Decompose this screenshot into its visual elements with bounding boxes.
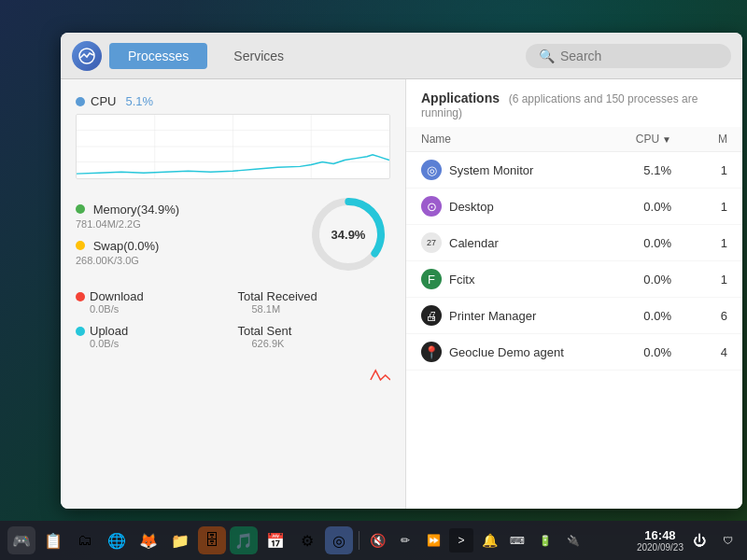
table-row[interactable]: ⊙ Desktop 0.0% 1 bbox=[406, 189, 742, 225]
network-graph bbox=[76, 357, 390, 385]
total-received-label: Total Received bbox=[238, 289, 317, 303]
download-dot bbox=[76, 292, 85, 301]
taskbar-icon-notification[interactable]: 🔔 bbox=[477, 528, 501, 553]
total-sent-section: Total Sent 626.9K bbox=[238, 324, 391, 349]
row-cpu-1: 0.0% bbox=[606, 200, 671, 214]
app-icon-2: 27 bbox=[421, 232, 442, 253]
cpu-section: CPU 5.1% bbox=[76, 94, 390, 179]
table-row[interactable]: 📍 Geoclue Demo agent 0.0% 4 bbox=[406, 334, 742, 371]
apps-title: Applications bbox=[421, 91, 500, 105]
taskbar: 🎮 📋 🗂 🌐 🦊 📁 🗄 🎵 📅 ⚙ ◎ 🔇 ✏ ⏩ > 🔔 ⌨ 🔋 🔌 16… bbox=[0, 521, 747, 560]
taskbar-icon-folder[interactable]: 📁 bbox=[166, 526, 194, 554]
taskbar-icon-shield[interactable]: 🛡 bbox=[715, 528, 740, 553]
app-name-5: Geoclue Demo agent bbox=[449, 345, 564, 359]
row-mem-1: 1 bbox=[671, 200, 727, 214]
row-cpu-5: 0.0% bbox=[606, 345, 671, 359]
app-logo bbox=[72, 41, 102, 71]
cpu-dot bbox=[76, 97, 85, 106]
swap-label: Swap(0.0%) bbox=[76, 239, 291, 253]
donut-label: 34.9% bbox=[331, 228, 366, 242]
taskbar-icon-volume[interactable]: 🔇 bbox=[365, 528, 389, 553]
table-row[interactable]: F Fcitx 0.0% 1 bbox=[406, 261, 742, 298]
taskbar-icon-music[interactable]: 🎵 bbox=[230, 526, 258, 554]
col-mem-header: M bbox=[671, 133, 727, 146]
system-monitor-window: Processes Services 🔍 CPU 5.1% bbox=[61, 33, 742, 509]
download-value: 0.0B/s bbox=[76, 303, 229, 315]
total-received-section: Total Received 58.1M bbox=[238, 289, 391, 315]
process-table: ◎ System Monitor 5.1% 1 ⊙ Desktop 0.0% 1… bbox=[406, 152, 742, 509]
row-mem-0: 1 bbox=[671, 163, 727, 177]
clock-date: 2020/09/23 bbox=[637, 542, 684, 553]
taskbar-icon-sysmon[interactable]: ◎ bbox=[325, 526, 353, 554]
memory-dot bbox=[76, 204, 85, 214]
upload-dot bbox=[76, 327, 85, 336]
row-mem-2: 1 bbox=[671, 236, 727, 250]
row-name-0: ◎ System Monitor bbox=[421, 160, 606, 180]
row-name-2: 27 Calendar bbox=[421, 232, 606, 253]
content-area: CPU 5.1% bbox=[61, 79, 742, 509]
upload-value: 0.0B/s bbox=[76, 338, 229, 349]
swap-dot bbox=[76, 241, 85, 250]
app-name-4: Printer Manager bbox=[449, 309, 536, 323]
network-section: Download 0.0B/s Total Received 58.1M Upl… bbox=[76, 289, 390, 349]
row-mem-3: 1 bbox=[671, 273, 727, 287]
swap-value: 268.00K/3.0G bbox=[76, 255, 291, 266]
taskbar-icon-store[interactable]: 🗄 bbox=[198, 526, 226, 554]
taskbar-icon-settings[interactable]: ⚙ bbox=[293, 526, 321, 554]
taskbar-icon-filemgr[interactable]: 🗂 bbox=[71, 526, 99, 554]
right-panel: Applications (6 applications and 150 pro… bbox=[406, 79, 742, 509]
memory-value: 781.04M/2.2G bbox=[76, 218, 291, 230]
upload-label: Upload bbox=[90, 324, 128, 338]
apps-header: Applications (6 applications and 150 pro… bbox=[406, 79, 742, 127]
taskbar-icon-battery[interactable]: 🔋 bbox=[533, 528, 557, 553]
taskbar-icon-screen[interactable]: ⏩ bbox=[421, 528, 445, 553]
row-cpu-4: 0.0% bbox=[606, 309, 671, 323]
table-row[interactable]: 27 Calendar 0.0% 1 bbox=[406, 225, 742, 261]
cpu-graph bbox=[76, 114, 390, 179]
taskbar-icon-files[interactable]: 📋 bbox=[39, 526, 67, 554]
total-sent-value: 626.9K bbox=[238, 338, 391, 349]
taskbar-icon-pen[interactable]: ✏ bbox=[393, 528, 417, 553]
row-cpu-0: 5.1% bbox=[606, 163, 671, 177]
row-name-4: 🖨 Printer Manager bbox=[421, 305, 606, 326]
taskbar-icon-launcher[interactable]: 🎮 bbox=[7, 526, 35, 554]
taskbar-icon-browser2[interactable]: 🌐 bbox=[103, 526, 131, 554]
download-label: Download bbox=[90, 289, 144, 303]
total-sent-label: Total Sent bbox=[238, 324, 292, 338]
left-panel: CPU 5.1% bbox=[61, 79, 406, 509]
search-box[interactable]: 🔍 bbox=[526, 44, 731, 68]
taskbar-icon-power[interactable]: ⏻ bbox=[687, 528, 712, 553]
tab-services[interactable]: Services bbox=[215, 43, 303, 69]
download-section: Download 0.0B/s bbox=[76, 289, 229, 315]
table-row[interactable]: ◎ System Monitor 5.1% 1 bbox=[406, 152, 742, 189]
memory-section: Memory(34.9%) 781.04M/2.2G Swap(0.0%) 26… bbox=[76, 192, 390, 276]
taskbar-icon-network[interactable]: 🔌 bbox=[561, 528, 585, 553]
row-name-3: F Fcitx bbox=[421, 269, 606, 289]
upload-section: Upload 0.0B/s bbox=[76, 324, 229, 349]
col-cpu-header[interactable]: CPU ▼ bbox=[606, 133, 671, 146]
tab-processes[interactable]: Processes bbox=[109, 43, 207, 69]
search-input[interactable] bbox=[560, 49, 718, 63]
row-mem-5: 4 bbox=[671, 345, 727, 359]
table-row[interactable]: 🖨 Printer Manager 0.0% 6 bbox=[406, 298, 742, 334]
app-name-3: Fcitx bbox=[449, 273, 474, 287]
taskbar-time: 16:48 2020/09/23 bbox=[637, 528, 684, 553]
taskbar-icon-terminal[interactable]: > bbox=[449, 528, 473, 553]
app-name-2: Calendar bbox=[449, 236, 499, 250]
app-name-0: System Monitor bbox=[449, 163, 533, 177]
app-icon-5: 📍 bbox=[421, 342, 442, 362]
search-icon: 🔍 bbox=[539, 49, 555, 63]
taskbar-separator-1 bbox=[359, 531, 359, 550]
taskbar-icon-firefox[interactable]: 🦊 bbox=[134, 526, 162, 554]
app-icon-0: ◎ bbox=[421, 160, 442, 180]
app-icon-1: ⊙ bbox=[421, 196, 442, 217]
taskbar-icon-keyboard[interactable]: ⌨ bbox=[505, 528, 529, 553]
row-cpu-2: 0.0% bbox=[606, 236, 671, 250]
row-name-5: 📍 Geoclue Demo agent bbox=[421, 342, 606, 362]
row-mem-4: 6 bbox=[671, 309, 727, 323]
clock-time: 16:48 bbox=[637, 528, 684, 542]
row-name-1: ⊙ Desktop bbox=[421, 196, 606, 217]
sort-arrow: ▼ bbox=[662, 134, 671, 145]
memory-label: Memory(34.9%) bbox=[76, 203, 291, 217]
taskbar-icon-calendar[interactable]: 📅 bbox=[261, 526, 289, 554]
